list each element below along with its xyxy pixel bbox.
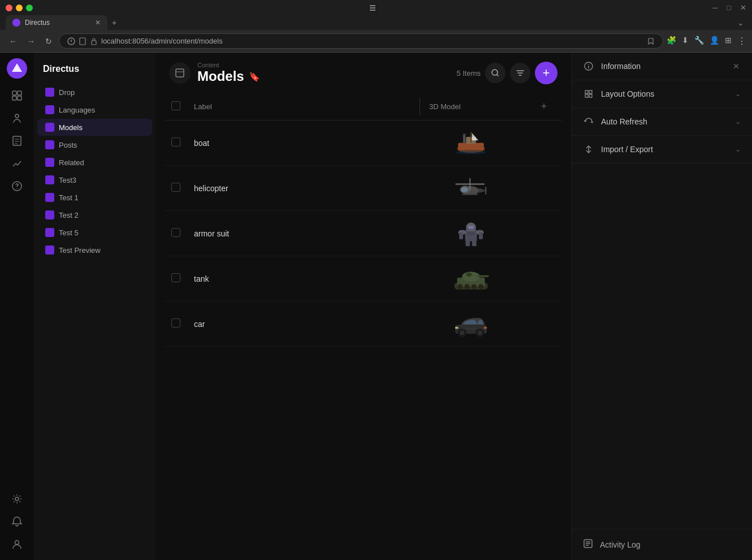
row-checkbox[interactable] <box>171 273 180 282</box>
back-btn[interactable]: ← <box>6 35 20 48</box>
download-icon[interactable]: ⬇ <box>682 36 689 46</box>
panel-section-autorefresh: Auto Refresh ⌄ <box>572 108 752 136</box>
browser-menu-icon[interactable]: ⌄ <box>735 16 746 29</box>
bookmark-icon[interactable]: 🔖 <box>249 71 260 82</box>
browser-menu-btn[interactable]: ⋮ <box>737 36 746 46</box>
sidebar-icon-users[interactable] <box>7 108 27 128</box>
table-rows-container: boat helicopter <box>165 120 562 347</box>
layout-options-header[interactable]: Layout Options ⌄ <box>572 80 752 107</box>
nav-item-test-preview[interactable]: Test Preview <box>37 242 152 259</box>
svg-point-30 <box>461 187 468 192</box>
add-item-btn[interactable]: + <box>535 62 557 84</box>
svg-rect-43 <box>459 232 463 239</box>
select-all-checkbox[interactable] <box>171 101 180 110</box>
tool-icon[interactable]: 🔧 <box>694 36 704 46</box>
search-btn[interactable] <box>485 63 505 83</box>
table-row[interactable]: boat <box>165 120 562 166</box>
row-checkbox[interactable] <box>171 318 180 328</box>
auto-refresh-header[interactable]: Auto Refresh ⌄ <box>572 108 752 135</box>
bookmark-icon[interactable] <box>647 37 655 45</box>
table-row[interactable]: tank <box>165 256 562 301</box>
sidebar-icon-help[interactable] <box>7 176 27 196</box>
svg-rect-12 <box>13 136 21 145</box>
maximize-btn[interactable]: □ <box>727 3 731 12</box>
main-content: Content Models 🔖 5 Items + <box>155 53 571 560</box>
tab-list-icon[interactable] <box>369 4 377 12</box>
address-bar[interactable]: localhost:8056/admin/content/models <box>59 33 663 49</box>
information-close-btn[interactable]: ✕ <box>732 61 741 72</box>
row-model <box>442 168 555 208</box>
nav-item-posts[interactable]: Posts <box>37 136 152 153</box>
add-column-btn[interactable]: + <box>533 101 555 113</box>
sidebar-icon-content[interactable] <box>7 85 27 106</box>
svg-rect-8 <box>18 91 21 95</box>
extensions-icon[interactable]: 🧩 <box>667 36 676 46</box>
page-icon <box>79 37 87 45</box>
information-title: Information <box>601 62 725 71</box>
information-section-header[interactable]: Information ✕ <box>572 53 752 80</box>
row-checkbox-container[interactable] <box>171 228 194 239</box>
nav-item-models[interactable]: Models <box>37 119 152 136</box>
row-checkbox-container[interactable] <box>171 137 194 148</box>
browser-titlebar: ─ □ ✕ <box>0 0 752 15</box>
browser-tab[interactable]: Directus ✕ <box>6 15 107 30</box>
sidebar-icon-bell[interactable] <box>7 511 27 532</box>
select-all-checkbox-container[interactable] <box>171 101 194 112</box>
puzzle-icon[interactable]: ⊞ <box>725 36 732 46</box>
table-row[interactable]: car <box>165 301 562 347</box>
nav-item-icon <box>45 158 54 167</box>
table-row[interactable]: armor suit <box>165 211 562 256</box>
svg-rect-63 <box>484 327 487 329</box>
nav-item-label: Languages <box>59 106 95 114</box>
nav-item-label: Posts <box>59 141 77 149</box>
nav-item-related[interactable]: Related <box>37 154 152 171</box>
row-label: tank <box>194 274 442 283</box>
minimize-btn[interactable]: ─ <box>712 3 718 12</box>
close-btn[interactable]: ✕ <box>740 3 746 12</box>
refresh-btn[interactable]: ↻ <box>42 35 55 48</box>
row-checkbox[interactable] <box>171 137 180 147</box>
row-checkbox[interactable] <box>171 228 180 237</box>
import-export-header[interactable]: Import / Export ⌄ <box>572 136 752 163</box>
nav-item-label: Drop <box>59 88 75 97</box>
row-checkbox-container[interactable] <box>171 183 194 193</box>
nav-item-label: Test 1 <box>59 193 79 202</box>
content-header: Content Models 🔖 5 Items + <box>155 53 571 93</box>
row-checkbox[interactable] <box>171 183 180 192</box>
right-panel: Information ✕ Layout Options ⌄ Auto Refr… <box>571 53 752 560</box>
activity-log-btn[interactable]: Activity Log <box>572 529 752 560</box>
logo-icon <box>11 62 23 75</box>
items-count: 5 Items <box>456 69 481 77</box>
table-row[interactable]: helicopter <box>165 166 562 211</box>
shield-icon <box>67 37 75 45</box>
nav-item-test-5[interactable]: Test 5 <box>37 224 152 241</box>
svg-point-25 <box>463 133 466 136</box>
profile-icon[interactable]: 👤 <box>710 36 719 46</box>
nav-item-test-2[interactable]: Test 2 <box>37 206 152 223</box>
nav-item-label: Test Preview <box>59 246 101 255</box>
svg-rect-9 <box>12 96 16 100</box>
sidebar-icon-analytics[interactable] <box>7 153 27 174</box>
sidebar-icon-settings[interactable] <box>7 489 27 509</box>
row-checkbox-container[interactable] <box>171 273 194 284</box>
directus-logo[interactable] <box>7 58 27 79</box>
nav-item-drop[interactable]: Drop <box>37 84 152 101</box>
nav-item-languages[interactable]: Languages <box>37 101 152 118</box>
browser-nav: ← → ↻ localhost:8056/admin/content/model… <box>0 30 752 52</box>
tab-title: Directus <box>25 19 90 27</box>
svg-rect-1 <box>370 7 375 8</box>
new-tab-btn[interactable]: + <box>107 16 121 29</box>
sidebar-icon-user[interactable] <box>7 534 27 554</box>
filter-btn[interactable] <box>510 63 530 83</box>
import-export-chevron: ⌄ <box>735 145 741 153</box>
nav-icons: 🧩 ⬇ 🔧 👤 ⊞ ⋮ <box>667 36 746 46</box>
nav-item-test3[interactable]: Test3 <box>37 171 152 188</box>
nav-item-label: Test3 <box>59 176 76 184</box>
sidebar-icon-files[interactable] <box>7 131 27 151</box>
nav-item-label: Test 2 <box>59 211 79 219</box>
row-checkbox-container[interactable] <box>171 318 194 329</box>
tab-close-icon[interactable]: ✕ <box>95 19 101 27</box>
auto-refresh-title: Auto Refresh <box>601 117 728 126</box>
forward-btn[interactable]: → <box>24 35 38 48</box>
nav-item-test-1[interactable]: Test 1 <box>37 189 152 206</box>
